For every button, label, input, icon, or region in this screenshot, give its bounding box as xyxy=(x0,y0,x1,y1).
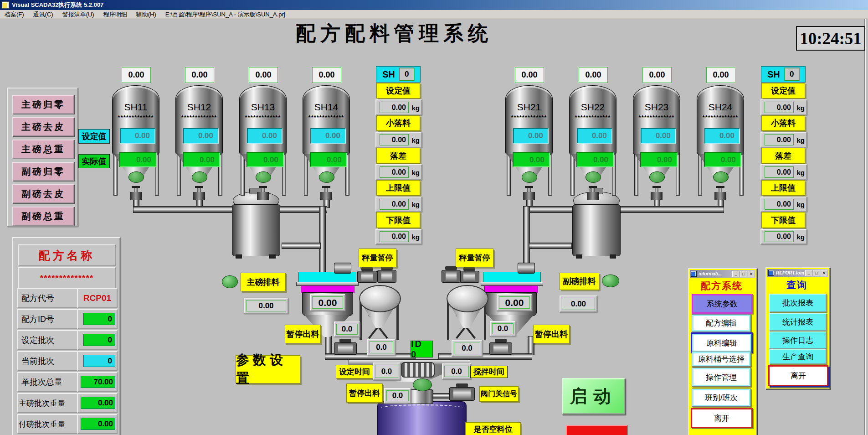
main-discharge-button[interactable]: 主磅排料 xyxy=(241,273,286,291)
pause-discharge-right-button[interactable]: 暂停出料 xyxy=(533,325,570,343)
operation-log-button[interactable]: 操作日志 xyxy=(769,331,827,349)
pause-discharge-left-button[interactable]: 暂停出料 xyxy=(285,325,321,343)
silo-material-stars: ************* xyxy=(697,114,744,121)
silo-actual-display: 0.00 xyxy=(183,152,220,167)
recipe-panel: 配方名称 ************** 配方代号 RCP01 配方ID号 0 设… xyxy=(12,237,120,435)
silo-sh21: 0.00 SH21 ************* 0.00 0.00 xyxy=(505,67,553,209)
weigh-pause-left-button[interactable]: 秤量暂停 xyxy=(359,249,396,267)
minimize-icon[interactable]: _ xyxy=(805,270,812,276)
pause-discharge-center-button[interactable]: 暂停出料 xyxy=(346,383,383,403)
silo-label: SH12 xyxy=(175,102,223,113)
recipe-code-value: RCP01 xyxy=(77,288,118,308)
silo-valve-icon xyxy=(523,186,535,201)
aux-discharge-button[interactable]: 副磅排料 xyxy=(560,273,599,290)
exit-button[interactable]: 离开 xyxy=(691,408,753,428)
pipe-valve-icon xyxy=(459,271,479,283)
mix-time-label: 搅拌时间 xyxy=(470,366,508,378)
start-button[interactable]: 启动 xyxy=(562,378,625,414)
silo-top-display: 0.00 xyxy=(579,67,608,83)
stop-button[interactable] xyxy=(566,425,628,435)
aux-scale-zero-button[interactable]: 副磅归零 xyxy=(12,162,74,181)
silo-outlet-indicator xyxy=(192,171,207,183)
operation-manage-button[interactable]: 操作管理 xyxy=(692,368,751,387)
silo-valve-icon xyxy=(257,186,269,201)
aux-scale-tare-button[interactable]: 副磅去皮 xyxy=(12,184,74,203)
drop-gap-display: 0.00kg xyxy=(375,164,422,180)
mixer-valve-indicator xyxy=(413,378,432,391)
recipe-edit-button[interactable]: 配方编辑 xyxy=(692,314,751,332)
hopper-lower-display-left: 0.0 xyxy=(367,339,395,356)
fine-feed-display: 0.00kg xyxy=(760,132,807,148)
recipe-name-title: 配方名称 xyxy=(18,244,116,266)
aux-weight-display: 0.00 xyxy=(497,294,532,311)
menu-help[interactable]: 辅助(H) xyxy=(132,10,161,19)
lower-limit-display: 0.00kg xyxy=(375,229,422,244)
current-batch-box: 0 xyxy=(77,351,118,371)
silo-set-display: 0.00 xyxy=(247,128,282,144)
mini-window-titlebar[interactable]: informati... _ □ × xyxy=(690,270,755,278)
batch-total-label: 单批次总量 xyxy=(17,372,81,392)
silo-top-display: 0.00 xyxy=(515,67,544,83)
system-params-button[interactable]: 系统参数 xyxy=(692,294,753,314)
actual-value-legend: 实际值 xyxy=(78,154,110,168)
main-batch-weight-label: 主磅批次重量 xyxy=(17,393,78,413)
set-value-label: 设定值 xyxy=(761,83,805,98)
pipe-valve-icon xyxy=(442,270,461,283)
silo-sh24: 0.00 SH24 ************* 0.00 0.00 xyxy=(697,67,744,209)
silo-label: SH13 xyxy=(239,102,287,113)
menu-program-detail[interactable]: 程序明细 xyxy=(99,10,132,19)
production-query-button[interactable]: 生产查询 xyxy=(769,349,827,364)
shift-button[interactable]: 班别/班次 xyxy=(692,388,751,407)
weigh-pause-right-button[interactable]: 秤量暂停 xyxy=(456,249,493,267)
material-edit-button[interactable]: 原料编辑 xyxy=(691,332,753,353)
silo-set-display: 0.00 xyxy=(704,128,740,144)
collector-pipe-right xyxy=(529,243,572,249)
statistics-report-button[interactable]: 统计报表 xyxy=(769,313,827,331)
intermediate-hopper-left xyxy=(359,285,400,342)
batch-total-box: 70.00 xyxy=(77,372,118,392)
set-batch-label: 设定批次 xyxy=(17,330,81,350)
parameter-settings-button[interactable]: 参数设置 xyxy=(236,355,300,383)
app-icon xyxy=(2,1,9,9)
close-icon[interactable]: × xyxy=(748,271,755,277)
silo-valve-icon xyxy=(586,186,599,201)
upper-limit-display: 0.00kg xyxy=(375,197,422,212)
scada-root: { "window": { "title": "Visual SCADA32执行… xyxy=(0,0,868,435)
maximize-icon[interactable]: □ xyxy=(740,271,747,277)
set-value-label: 设定值 xyxy=(376,83,420,98)
menu-comm[interactable]: 通讯(C) xyxy=(29,10,58,19)
close-icon[interactable]: × xyxy=(821,270,828,276)
window-title: Visual SCADA32执行系统 5.2.007 xyxy=(12,1,103,9)
mini-window-title: informati... xyxy=(699,271,732,276)
mixer-id-display: ID 0 xyxy=(411,341,433,357)
menu-alarm-list[interactable]: 警报清单(U) xyxy=(58,10,99,19)
silo-sh12: 0.00 SH12 ************* 0.00 0.00 xyxy=(175,67,223,209)
main-scale-zero-button[interactable]: 主磅归零 xyxy=(12,95,74,114)
recipe-id-label: 配方ID号 xyxy=(17,309,81,329)
page-title: 配方配料管理系统 xyxy=(235,20,554,47)
intermediate-hopper-right xyxy=(447,285,488,342)
center-discharge-display: 0.0 xyxy=(384,388,411,404)
exit-button[interactable]: 离开 xyxy=(768,365,828,386)
silo-actual-display: 0.00 xyxy=(640,152,678,167)
batch-report-button[interactable]: 批次报表 xyxy=(769,294,827,312)
upper-limit-label: 上限值 xyxy=(761,180,805,196)
material-bin-select-button[interactable]: 原料桶号选择 xyxy=(692,352,751,367)
minimize-icon[interactable]: _ xyxy=(732,271,740,277)
recipe-id-box: 0 xyxy=(77,309,118,329)
aux-scale-gross-button[interactable]: 副磅总重 xyxy=(12,207,74,226)
weigher-motor-icon xyxy=(518,263,535,274)
hopper-upper-display-left: 0.0 xyxy=(334,321,360,337)
silo-label: SH24 xyxy=(697,102,744,113)
sh-param-panel-right: SH0 设定值 0.00kg 小落料 0.00kg 落差 0.00kg 上限值 … xyxy=(760,65,806,243)
main-scale-gross-button[interactable]: 主磅总重 xyxy=(12,140,74,159)
menu-file[interactable]: 档案(F) xyxy=(0,10,29,19)
silo-material-stars: ************* xyxy=(505,114,553,121)
silo-top-display: 0.00 xyxy=(122,67,151,83)
main-scale-tare-button[interactable]: 主磅去皮 xyxy=(12,117,74,136)
mini-window-titlebar[interactable]: REPORT.fom _ □ × xyxy=(767,269,828,277)
close-valve-icon xyxy=(449,387,475,401)
main-batch-weight-value: 0.00 xyxy=(81,397,115,409)
set-batch-value: 0 xyxy=(83,334,115,346)
maximize-icon[interactable]: □ xyxy=(813,270,820,276)
